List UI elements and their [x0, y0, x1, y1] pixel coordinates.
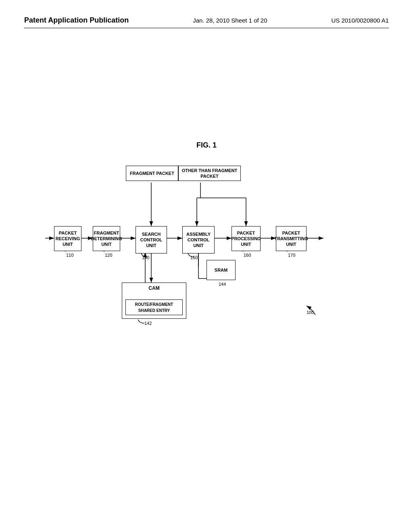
packet-processing-box: PACKETPROCESSINGUNIT: [232, 226, 261, 251]
other-than-fragment-label: OTHER THAN FRAGMENTPACKET: [182, 168, 238, 179]
diagram-arrows: [45, 162, 368, 355]
cam-label: CAM: [148, 285, 159, 292]
page: Patent Application Publication Jan. 28, …: [0, 0, 413, 532]
packet-transmitting-label: PACKETTRANSMITTINGUNIT: [274, 230, 308, 247]
fragment-determining-box: FRAGMENTDETERMININGUNIT: [93, 226, 120, 251]
sram-box: SRAM: [206, 260, 236, 280]
route-fragment-label: ROUTE/FRAGMENTSHARED ENTRY: [135, 302, 173, 312]
fragment-packet-label: FRAGMENT PACKET: [130, 170, 174, 176]
packet-processing-num: 160: [244, 253, 251, 258]
diagram-container: FRAGMENT PACKET OTHER THAN FRAGMENTPACKE…: [45, 162, 368, 355]
cam-outer-box: CAM ROUTE/FRAGMENTSHARED ENTRY: [122, 283, 186, 319]
packet-transmitting-num: 170: [288, 253, 295, 258]
system-num: 100: [307, 310, 314, 315]
route-fragment-num: 142: [144, 321, 152, 326]
assembly-control-box: ASSEMBLYCONTROLUNIT: [182, 226, 215, 254]
search-control-label: SEARCHCONTROLUNIT: [140, 231, 162, 249]
packet-receiving-label: PACKETRECEIVINGUNIT: [56, 230, 80, 247]
search-control-box: SEARCHCONTROLUNIT: [136, 226, 167, 254]
figure-title: FIG. 1: [24, 141, 389, 150]
fragment-determining-num: 120: [105, 253, 112, 258]
page-header: Patent Application Publication Jan. 28, …: [24, 16, 389, 28]
fragment-determining-label: FRAGMENTDETERMININGUNIT: [91, 230, 122, 247]
packet-processing-label: PACKETPROCESSINGUNIT: [231, 230, 261, 247]
date-sheet-label: Jan. 28, 2010 Sheet 1 of 20: [193, 17, 267, 24]
packet-receiving-num: 110: [66, 253, 73, 258]
patent-number-label: US 2010/0020800 A1: [331, 17, 389, 24]
assembly-control-label: ASSEMBLYCONTROLUNIT: [186, 231, 211, 249]
other-than-fragment-callout: OTHER THAN FRAGMENTPACKET: [178, 166, 241, 181]
search-control-num: 140: [142, 255, 149, 260]
sram-label: SRAM: [215, 267, 227, 273]
packet-receiving-box: PACKETRECEIVINGUNIT: [54, 226, 81, 251]
sram-num: 144: [219, 282, 226, 287]
fragment-packet-callout: FRAGMENT PACKET: [126, 166, 178, 181]
assembly-control-num: 150: [190, 255, 198, 260]
packet-transmitting-box: PACKETTRANSMITTINGUNIT: [276, 226, 307, 251]
publication-label: Patent Application Publication: [24, 16, 129, 25]
